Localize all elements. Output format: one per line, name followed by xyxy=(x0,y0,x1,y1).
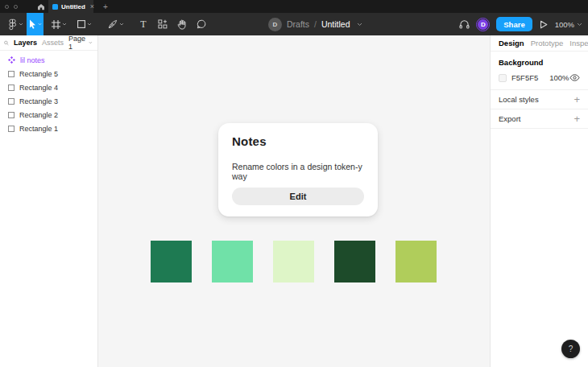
window-control-icon[interactable] xyxy=(14,5,18,9)
text-tool-icon: T xyxy=(140,19,146,31)
add-style-button[interactable]: + xyxy=(574,96,580,104)
edit-button[interactable]: Edit xyxy=(232,188,364,205)
window-controls[interactable] xyxy=(5,0,18,13)
window-control-icon[interactable] xyxy=(5,5,9,9)
layer-row[interactable]: lil notes xyxy=(0,53,97,67)
zoom-level: 100% xyxy=(555,20,574,29)
comment-icon xyxy=(197,19,206,29)
layers-panel: Layers Assets Page 1 lil notes Rectangle… xyxy=(0,35,98,367)
hand-icon xyxy=(177,19,187,30)
layers-panel-tabs: Layers Assets Page 1 xyxy=(0,35,97,51)
layer-row[interactable]: Rectangle 5 xyxy=(0,67,97,80)
text-tool-button[interactable]: T xyxy=(134,13,153,35)
user-avatar[interactable]: D xyxy=(477,19,489,31)
color-swatch-rectangle[interactable] xyxy=(334,241,375,282)
canvas[interactable]: Notes Rename colors in a design token-y … xyxy=(98,35,490,367)
export-section: Export + xyxy=(491,109,588,129)
page-selector[interactable]: Page 1 xyxy=(68,35,93,51)
rectangle-layer-icon xyxy=(8,71,14,77)
notes-title: Notes xyxy=(232,134,364,148)
breadcrumb-file-name[interactable]: Untitled xyxy=(321,19,350,29)
add-export-button[interactable]: + xyxy=(574,115,580,123)
search-icon[interactable] xyxy=(4,39,9,47)
color-swatch-rectangle[interactable] xyxy=(395,241,437,282)
layer-row[interactable]: Rectangle 3 xyxy=(0,94,97,108)
rectangle-layer-icon xyxy=(8,85,14,91)
close-tab-icon[interactable]: × xyxy=(90,3,94,10)
layer-name: Rectangle 4 xyxy=(19,84,58,92)
layer-name: Rectangle 2 xyxy=(19,111,58,119)
frame-icon xyxy=(52,20,60,29)
breadcrumb-parent[interactable]: Drafts xyxy=(287,19,309,29)
tab-design[interactable]: Design xyxy=(499,39,524,47)
zoom-menu[interactable]: 100% xyxy=(555,20,582,29)
breadcrumb-separator: / xyxy=(314,19,317,29)
color-swatch-rectangle[interactable] xyxy=(273,241,314,282)
color-swatch-rectangle[interactable] xyxy=(151,241,192,282)
main-menu-button[interactable] xyxy=(0,13,27,35)
chevron-down-icon[interactable] xyxy=(357,23,362,27)
home-icon xyxy=(37,3,45,10)
background-section: Background F5F5F5 100% xyxy=(491,52,588,90)
tool-group: T xyxy=(0,13,211,35)
layer-row[interactable]: Rectangle 1 xyxy=(0,122,97,135)
shape-tool-button[interactable] xyxy=(72,13,97,35)
resources-button[interactable] xyxy=(153,13,172,35)
present-play-button[interactable] xyxy=(540,20,548,29)
notes-widget-card[interactable]: Notes Rename colors in a design token-y … xyxy=(218,123,378,216)
help-button[interactable]: ? xyxy=(561,340,580,358)
layer-name: Rectangle 5 xyxy=(19,70,58,78)
rectangle-icon xyxy=(77,20,85,28)
color-swatch-rectangle[interactable] xyxy=(212,241,253,282)
chevron-down-icon xyxy=(62,23,67,26)
chevron-down-icon xyxy=(19,23,23,26)
pen-tool-button[interactable] xyxy=(103,13,129,35)
toolbar-right-group: D Share 100% xyxy=(459,13,582,35)
layer-row[interactable]: Rectangle 2 xyxy=(0,108,97,122)
home-button[interactable] xyxy=(35,0,47,13)
share-button[interactable]: Share xyxy=(496,17,532,31)
frame-tool-button[interactable] xyxy=(47,13,71,35)
hand-tool-button[interactable] xyxy=(172,13,192,35)
layer-row[interactable]: Rectangle 4 xyxy=(0,80,97,94)
widget-icon xyxy=(8,56,15,64)
layer-name: lil notes xyxy=(20,56,45,64)
background-section-title: Background xyxy=(499,58,580,67)
chevron-down-icon xyxy=(577,23,582,27)
properties-panel-tabs: Design Prototype Inspect xyxy=(491,35,588,52)
properties-panel: Design Prototype Inspect Background F5F5… xyxy=(490,35,588,367)
tab-strip: Untitled × + xyxy=(0,0,588,13)
background-opacity-value[interactable]: 100% xyxy=(549,73,569,82)
team-avatar[interactable]: D xyxy=(268,18,282,31)
tab-title: Untitled xyxy=(61,3,85,10)
chevron-down-icon xyxy=(87,23,92,26)
file-breadcrumb[interactable]: D Drafts / Untitled xyxy=(268,13,362,35)
tab-inspect[interactable]: Inspect xyxy=(569,39,588,47)
file-icon xyxy=(52,4,58,10)
chevron-down-icon xyxy=(38,23,42,26)
visibility-eye-icon[interactable] xyxy=(569,74,580,81)
move-tool-button[interactable] xyxy=(27,13,43,35)
audio-headphones-button[interactable] xyxy=(459,19,470,29)
new-tab-button[interactable]: + xyxy=(100,0,111,13)
tab-layers[interactable]: Layers xyxy=(14,39,37,47)
pen-icon xyxy=(108,19,118,29)
tab-assets[interactable]: Assets xyxy=(42,39,64,47)
toolbar: T D Drafts / Untitled D Share xyxy=(0,13,588,35)
background-hex-value[interactable]: F5F5F5 xyxy=(511,73,538,82)
local-styles-label: Local styles xyxy=(499,95,539,104)
rectangle-layer-icon xyxy=(8,98,14,105)
file-tab[interactable]: Untitled × xyxy=(48,0,93,13)
layer-name: Rectangle 1 xyxy=(19,125,58,133)
background-color-chip[interactable] xyxy=(499,74,507,82)
figma-window: Untitled × + xyxy=(0,0,588,367)
page-selector-label: Page 1 xyxy=(68,35,86,51)
layer-list: lil notes Rectangle 5 Rectangle 4 Rectan… xyxy=(0,51,97,135)
cursor-icon xyxy=(29,19,36,29)
chevron-down-icon xyxy=(89,41,93,44)
tab-prototype[interactable]: Prototype xyxy=(531,39,564,47)
figma-logo-icon xyxy=(8,19,17,31)
notes-body-text: Rename colors in a design token-y way xyxy=(232,162,364,181)
rectangle-layer-icon xyxy=(8,112,14,118)
comment-tool-button[interactable] xyxy=(192,13,211,35)
